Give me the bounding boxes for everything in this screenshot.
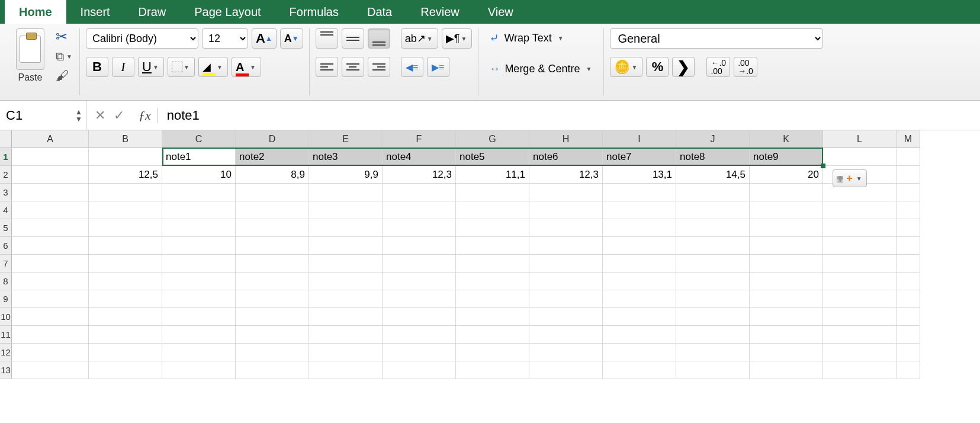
cell-I11[interactable] [603,326,676,344]
font-size-select[interactable]: 12 [202,28,248,49]
cell-M11[interactable] [897,326,920,344]
cell-M1[interactable] [897,148,920,166]
cell-A3[interactable] [12,184,89,201]
cell-K10[interactable] [750,308,823,326]
cell-A6[interactable] [12,237,89,255]
cell-H1[interactable]: note6 [529,148,603,166]
cell-D4[interactable] [236,201,309,219]
fill-color-button[interactable]: ◢▼ [198,57,228,77]
row-header-11[interactable]: 11 [0,326,12,344]
tab-pagelayout[interactable]: Page Layout [180,0,275,24]
cell-J4[interactable] [676,201,750,219]
cell-I2[interactable]: 13,1 [603,166,676,184]
cell-F12[interactable] [383,344,456,361]
cell-J9[interactable] [676,290,750,308]
fx-label[interactable]: ƒx [133,108,158,123]
col-header-C[interactable]: C [162,130,236,148]
cell-G9[interactable] [456,290,529,308]
col-header-E[interactable]: E [309,130,383,148]
row-header-1[interactable]: 1 [0,148,12,166]
cell-M10[interactable] [897,308,920,326]
cell-I9[interactable] [603,290,676,308]
select-all-corner[interactable] [0,130,12,148]
cell-F10[interactable] [383,308,456,326]
cell-C12[interactable] [162,344,236,361]
cell-J2[interactable]: 14,5 [676,166,750,184]
cell-B8[interactable] [89,273,162,290]
cell-H3[interactable] [529,184,603,201]
cell-G4[interactable] [456,201,529,219]
cell-M12[interactable] [897,344,920,361]
cell-H10[interactable] [529,308,603,326]
col-header-B[interactable]: B [89,130,162,148]
cell-I10[interactable] [603,308,676,326]
name-box[interactable]: C1 ▲▼ [0,101,86,130]
cell-J10[interactable] [676,308,750,326]
underline-button[interactable]: U▼ [138,57,164,77]
cell-A7[interactable] [12,255,89,273]
cell-C7[interactable] [162,255,236,273]
cell-I13[interactable] [603,361,676,379]
align-left-button[interactable] [316,57,338,77]
cell-L4[interactable] [823,201,897,219]
cell-I1[interactable]: note7 [603,148,676,166]
paste-button[interactable] [16,28,44,70]
cell-L1[interactable] [823,148,897,166]
cell-B11[interactable] [89,326,162,344]
cell-C9[interactable] [162,290,236,308]
cell-M4[interactable] [897,201,920,219]
cell-G13[interactable] [456,361,529,379]
tab-draw[interactable]: Draw [124,0,181,24]
cell-G3[interactable] [456,184,529,201]
cell-E7[interactable] [309,255,383,273]
row-header-4[interactable]: 4 [0,201,12,219]
cell-I5[interactable] [603,219,676,237]
cell-G7[interactable] [456,255,529,273]
format-painter-icon[interactable]: 🖌 [56,68,73,84]
copy-button[interactable]: ⧉▼ [56,50,73,63]
cell-E9[interactable] [309,290,383,308]
cell-F7[interactable] [383,255,456,273]
cell-C6[interactable] [162,237,236,255]
cell-H9[interactable] [529,290,603,308]
cell-G11[interactable] [456,326,529,344]
cell-E13[interactable] [309,361,383,379]
cell-K4[interactable] [750,201,823,219]
cell-E3[interactable] [309,184,383,201]
accounting-format-button[interactable]: 🪙▼ [610,57,642,77]
cell-D2[interactable]: 8,9 [236,166,309,184]
comma-style-button[interactable]: ❯ [672,57,695,77]
cell-G8[interactable] [456,273,529,290]
italic-button[interactable]: I [112,57,134,77]
cell-M8[interactable] [897,273,920,290]
wrap-text-button[interactable]: ⤶ Wrap Text ▼ [484,28,597,47]
col-header-L[interactable]: L [823,130,897,148]
tab-home[interactable]: Home [5,0,66,24]
cell-K9[interactable] [750,290,823,308]
cell-I6[interactable] [603,237,676,255]
bold-button[interactable]: B [86,57,108,77]
cell-D13[interactable] [236,361,309,379]
cell-C3[interactable] [162,184,236,201]
cell-K5[interactable] [750,219,823,237]
cell-D12[interactable] [236,344,309,361]
cell-L9[interactable] [823,290,897,308]
number-format-select[interactable]: General [610,28,823,49]
cell-I7[interactable] [603,255,676,273]
cell-K13[interactable] [750,361,823,379]
merge-centre-button[interactable]: ↔ Merge & Centre ▼ [484,60,597,78]
cell-F5[interactable] [383,219,456,237]
cell-H4[interactable] [529,201,603,219]
increase-decimal-button[interactable]: ←.0.00 [706,57,730,77]
decrease-indent-button[interactable]: ◀≡ [401,57,423,77]
row-header-7[interactable]: 7 [0,255,12,273]
cell-G2[interactable]: 11,1 [456,166,529,184]
cell-M13[interactable] [897,361,920,379]
cell-E10[interactable] [309,308,383,326]
cell-F11[interactable] [383,326,456,344]
cell-J8[interactable] [676,273,750,290]
cell-I12[interactable] [603,344,676,361]
cell-E8[interactable] [309,273,383,290]
cell-J13[interactable] [676,361,750,379]
cell-C10[interactable] [162,308,236,326]
